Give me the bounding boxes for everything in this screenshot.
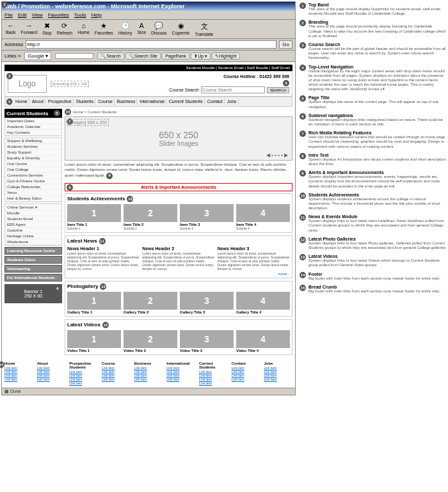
sidebar-item[interactable]: One College [5,167,61,173]
sidebar-block[interactable]: Learning Resource Centre [5,248,61,254]
menu-tools[interactable]: Tools [74,12,86,18]
footer-link[interactable]: Link item [166,377,195,381]
menu-view[interactable]: View [32,12,43,18]
nav-course[interactable]: Course [97,99,115,105]
search-button[interactable]: SEARCH [267,87,289,93]
sidebar-item[interactable]: Students Services [5,144,61,150]
course-search-input[interactable] [201,86,265,93]
menu-favorites[interactable]: Favorites [48,12,69,18]
thumb-item[interactable]: 1Item Title 1Subtitle 1 [67,204,121,230]
nav-international[interactable]: International [138,99,166,105]
nav-contact[interactable]: Contact [206,99,225,105]
sidebar-banner[interactable]: Banner 1 250 X 606 [4,284,62,303]
sidebar-item[interactable]: Academic Calendar [5,124,61,130]
discuss-button[interactable]: 💬Discuss [150,22,168,36]
nav-jobs[interactable]: Jobs [226,99,239,105]
thumb-item[interactable]: 4Item Title 4Subtitle 4 [236,204,290,230]
refresh-button[interactable]: ⟳Refresh [56,22,74,36]
sidebar-item[interactable]: Hair & Beauty Salon [5,196,61,202]
sidebar-block[interactable]: Students Union [5,257,61,263]
sidebar-item[interactable]: Wisdenbone [5,239,61,245]
nav-home[interactable]: Home [14,99,29,105]
menu-edit[interactable]: Edit [18,12,27,18]
history-button[interactable]: 🕑History [117,22,134,36]
footer-col: InternationalLink itemLink itemLink item… [166,361,195,385]
sidebar-block[interactable]: For International Students [5,274,61,281]
sidebar-item[interactable]: Study Support [5,150,61,155]
nav-about[interactable]: About [31,99,45,105]
size-button[interactable]: ASize [136,22,147,36]
google-dropdown[interactable]: Google ▾ [24,52,51,60]
nav-current-students[interactable]: Current Students [168,99,205,105]
top-band[interactable]: Students Moodle | Students Email | Staff… [4,65,292,71]
google-search[interactable] [55,53,93,59]
thumb-item[interactable]: 2Video Title 2 [124,330,177,353]
sidebar-item[interactable]: Connexions Services [5,173,61,179]
sidebar-item[interactable]: One Centre [5,161,61,167]
sidebar-item[interactable]: Equality & Diversity [5,155,61,161]
go-button[interactable]: Go [279,40,292,49]
sidebar-item[interactable]: Students Email [5,216,61,222]
thumb-item[interactable]: 2Item Title 2Subtitle 2 [124,204,177,230]
news-more[interactable]: more... [67,272,290,276]
copernic-button[interactable]: ◉Copernic [171,22,191,36]
footer-link[interactable]: Link item [69,381,98,385]
sidebar-item[interactable]: Xerox [5,190,61,196]
news-item[interactable]: News Header 3Lorem ipsum dolor sit amet,… [218,246,290,271]
thumb-item[interactable]: 3Video Title 3 [180,330,234,353]
alerts-bar[interactable]: 9Alerts & Important Announcements [65,183,292,191]
thumb-item[interactable]: 4Gallery Title 4 [236,292,290,314]
footer-link[interactable]: Link item [134,377,163,381]
news-item[interactable]: News Header 2Lorem ipsum dolor sit amet,… [142,246,214,271]
footer-link[interactable]: Link item [199,381,228,385]
sidebar-item[interactable]: Gym & Fitness Centre [5,179,61,184]
footer-link[interactable]: Link item [102,377,131,381]
sidebar-item[interactable]: Support & Wellbeing [5,138,61,144]
google-btn[interactable]: 🔍Search [97,52,124,60]
stop-button[interactable]: ✖Stop [41,22,52,36]
google-btn[interactable]: PageRank [162,52,189,60]
nav-students[interactable]: Students [75,99,96,105]
news-item[interactable]: News Header 1Lorem ipsum dolor sit amet,… [67,246,140,271]
sidebar-item[interactable]: College Refectories [5,184,61,190]
back-button[interactable]: ←Back [4,22,17,36]
thumb-item[interactable]: 1Video Title 1 [67,330,121,353]
address-label: Address [4,42,23,47]
breadcrumb[interactable]: 15Home > Current Students [65,109,292,115]
thumb-item[interactable]: 2Gallery Title 2 [124,292,177,314]
branding-placeholder: [branding] 650 x 130 [51,81,90,87]
footer-link[interactable]: Link item [37,377,66,381]
sidebar-item[interactable]: Godofine [5,228,61,234]
annotation-2: 2BrandingThis area of the page should pr… [300,20,447,38]
logo[interactable]: Logo [8,75,47,93]
sidebar: Current Students5 Important DatesAcademi… [4,109,62,358]
sidebar-item[interactable]: Online Services ▾ [5,204,61,210]
sidebar-item[interactable]: Important Dates [5,118,61,124]
sidebar-item[interactable]: Key Contacts [5,130,61,136]
sidebar-item[interactable]: Heritage Online [5,234,61,239]
slider[interactable]: 7 [images] 650 x 250 650 x 250 Slider Im… [65,116,292,161]
slider-pager[interactable]: ◀ • • • • ▶ [266,152,288,158]
google-btn[interactable]: ⬆Up ▾ [191,52,211,60]
translate-button[interactable]: 文Translate [194,22,215,36]
footer-link[interactable]: Link item [232,377,260,381]
favorites-button[interactable]: ★Favorites [93,22,115,36]
menu-file[interactable]: File [4,12,13,18]
thumb-item[interactable]: 4Video Title 4 [236,330,290,353]
sidebar-block[interactable]: Volunteering [5,266,61,272]
thumb-item[interactable]: 1Gallery Title 1 [67,292,121,314]
thumb-item[interactable]: 3Gallery Title 3 [180,292,234,314]
home-button[interactable]: ⌂Home [76,22,91,36]
forward-button[interactable]: →Forward [20,22,39,36]
address-input[interactable] [26,40,276,49]
google-btn[interactable]: 🔍Search Site [125,52,161,60]
footer-link[interactable]: Link item [4,377,33,381]
nav-prospective[interactable]: Prospective [47,99,74,105]
thumb-item[interactable]: 3Item Title 3Subtitle 3 [180,204,234,230]
menu-help[interactable]: Help [91,12,101,18]
sidebar-item[interactable]: EBS Agent [5,222,61,228]
footer-link[interactable]: Link item [264,377,292,381]
nav-business[interactable]: Business [116,99,137,105]
google-btn[interactable]: ✎Highlight [212,52,239,60]
sidebar-item[interactable]: Moodle [5,210,61,216]
